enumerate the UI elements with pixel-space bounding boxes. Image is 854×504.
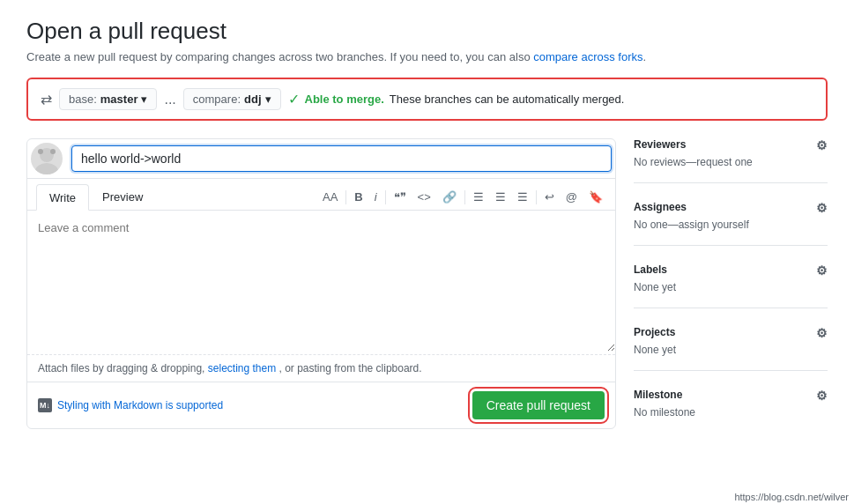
sidebar-assignees-value: No one—assign yourself — [634, 219, 828, 231]
sidebar-assignees-title: Assignees ⚙ — [634, 201, 828, 213]
sidebar-reviewers-value: No reviews—request one — [634, 156, 828, 168]
compare-branch-selector[interactable]: compare: ddj ▾ — [183, 88, 281, 110]
sidebar-projects: Projects ⚙ None yet — [634, 326, 828, 371]
assignees-gear-icon[interactable]: ⚙ — [816, 201, 828, 215]
markdown-link[interactable]: Styling with Markdown is supported — [57, 399, 223, 411]
sidebar-assignees: Assignees ⚙ No one—assign yourself — [634, 201, 828, 246]
sidebar-panel: Reviewers ⚙ No reviews—request one Assig… — [634, 138, 828, 450]
pr-form: Write Preview AA B i ❝❞ <> 🔗 ☰ ☰ ☰ — [26, 138, 616, 429]
merge-check-icon: ✓ — [288, 91, 300, 107]
merge-status: ✓ Able to merge. These branches can be a… — [288, 91, 625, 107]
projects-gear-icon[interactable]: ⚙ — [816, 326, 828, 340]
labels-gear-icon[interactable]: ⚙ — [816, 263, 828, 278]
svg-point-2 — [38, 149, 43, 154]
page-title: Open a pull request — [26, 18, 828, 45]
pr-title-input[interactable] — [71, 145, 612, 172]
branch-bar: ⇄ base: master ▾ ... compare: ddj ▾ ✓ Ab… — [26, 78, 828, 121]
main-content: Write Preview AA B i ❝❞ <> 🔗 ☰ ☰ ☰ — [26, 138, 828, 450]
avatar — [31, 143, 63, 174]
create-pull-request-button[interactable]: Create pull request — [472, 391, 605, 419]
sidebar-projects-title: Projects ⚙ — [634, 326, 828, 338]
toolbar-sep-4 — [536, 190, 537, 204]
toolbar-quote-btn[interactable]: ❝❞ — [390, 189, 410, 205]
toolbar-italic-btn[interactable]: i — [371, 189, 381, 205]
tab-write[interactable]: Write — [36, 184, 89, 211]
branch-separator: ... — [164, 92, 175, 107]
sidebar-labels: Labels ⚙ None yet — [634, 263, 828, 308]
base-branch-selector[interactable]: base: master ▾ — [59, 88, 157, 110]
toolbar-aa-btn[interactable]: AA — [319, 189, 341, 205]
markdown-icon: M↓ — [38, 398, 52, 412]
file-attach-bar: Attach files by dragging & dropping, sel… — [27, 354, 615, 382]
sidebar-reviewers-title: Reviewers ⚙ — [634, 138, 828, 151]
sidebar-labels-value: None yet — [634, 281, 828, 293]
toolbar-bookmark-btn[interactable]: 🔖 — [585, 189, 606, 205]
sidebar-milestone-title: Milestone ⚙ — [634, 389, 828, 401]
pr-form-panel: Write Preview AA B i ❝❞ <> 🔗 ☰ ☰ ☰ — [26, 138, 616, 450]
milestone-gear-icon[interactable]: ⚙ — [816, 389, 828, 403]
editor-tabs: Write Preview — [36, 184, 156, 210]
toolbar-sep-2 — [385, 190, 386, 204]
svg-point-1 — [35, 163, 58, 174]
gear-icon[interactable]: ⚙ — [816, 138, 828, 152]
toolbar-bold-btn[interactable]: B — [351, 189, 366, 205]
select-files-link[interactable]: selecting them — [208, 362, 276, 374]
svg-point-3 — [50, 149, 56, 154]
sidebar-labels-title: Labels ⚙ — [634, 263, 828, 276]
page-subtitle: Create a new pull request by comparing c… — [26, 50, 828, 63]
sidebar-reviewers: Reviewers ⚙ No reviews—request one — [634, 138, 828, 183]
markdown-note: M↓ Styling with Markdown is supported — [38, 398, 223, 412]
compare-forks-link[interactable]: compare across forks — [533, 50, 642, 63]
sidebar-milestone-value: No milestone — [634, 406, 828, 419]
toolbar-list-ul-btn[interactable]: ☰ — [470, 189, 487, 205]
toolbar-task-list-btn[interactable]: ☰ — [514, 189, 531, 205]
toolbar-mention-btn[interactable]: @ — [562, 189, 581, 205]
comment-textarea[interactable] — [27, 211, 615, 352]
toolbar-reply-btn[interactable]: ↩ — [541, 189, 558, 205]
tab-preview[interactable]: Preview — [89, 184, 156, 210]
toolbar-code-btn[interactable]: <> — [414, 189, 434, 205]
sidebar-milestone: Milestone ⚙ No milestone — [634, 389, 828, 433]
toolbar-link-btn[interactable]: 🔗 — [439, 189, 460, 205]
pr-title-row — [27, 139, 615, 179]
toolbar-list-ol-btn[interactable]: ☰ — [492, 189, 509, 205]
branch-icon: ⇄ — [41, 91, 52, 107]
toolbar-sep-1 — [345, 190, 346, 204]
editor-tabs-row: Write Preview AA B i ❝❞ <> 🔗 ☰ ☰ ☰ — [27, 179, 615, 211]
form-footer: M↓ Styling with Markdown is supported Cr… — [27, 382, 615, 428]
editor-toolbar: AA B i ❝❞ <> 🔗 ☰ ☰ ☰ ↩ @ 🔖 — [319, 189, 606, 205]
sidebar-projects-value: None yet — [634, 344, 828, 356]
toolbar-sep-3 — [464, 190, 465, 204]
